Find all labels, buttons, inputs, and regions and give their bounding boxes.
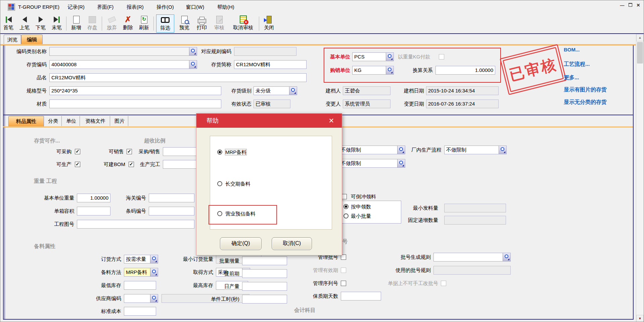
sellable-checkbox[interactable] bbox=[127, 149, 132, 154]
restore-button[interactable] bbox=[627, 2, 634, 8]
lookup-icon[interactable] bbox=[386, 53, 394, 61]
link-process-flow[interactable]: 工艺流程... bbox=[564, 61, 590, 68]
tab-browse[interactable]: 浏览 bbox=[4, 35, 21, 44]
lookup-icon[interactable] bbox=[499, 146, 506, 154]
dialog-option-mrp[interactable]: MRP备料 bbox=[217, 149, 246, 156]
code-category-field[interactable] bbox=[49, 47, 197, 56]
lookup-icon[interactable] bbox=[150, 294, 158, 303]
lookup-icon[interactable] bbox=[397, 146, 405, 154]
lookup-icon[interactable] bbox=[289, 87, 297, 95]
min-stock-field[interactable] bbox=[124, 281, 156, 290]
drawing-field[interactable] bbox=[77, 220, 194, 229]
menu-help[interactable]: 帮助(H) bbox=[216, 3, 236, 11]
menu-window[interactable]: 窗口(W) bbox=[185, 3, 205, 11]
factory-flow-field[interactable]: 不做限制 bbox=[444, 146, 507, 154]
batch-increment-field[interactable] bbox=[242, 256, 287, 265]
level-field[interactable]: 未分级 bbox=[254, 86, 297, 95]
base-weight-field[interactable]: 1.00000 bbox=[77, 194, 110, 202]
refresh-button[interactable]: ↻ 刷新 bbox=[137, 14, 151, 32]
next-record-button[interactable]: 下笔 bbox=[33, 14, 48, 32]
scrollbar-thumb[interactable] bbox=[637, 42, 643, 64]
menu-interface[interactable]: 界面(F) bbox=[96, 3, 115, 11]
link-bom[interactable]: BOM... bbox=[564, 47, 580, 52]
cancel-button[interactable]: 取消(C) bbox=[272, 237, 312, 250]
link-more[interactable]: 更多... bbox=[564, 74, 579, 81]
filter-button[interactable]: 筛选 bbox=[156, 14, 174, 33]
lookup-icon[interactable] bbox=[503, 253, 510, 261]
new-button[interactable]: 新增 bbox=[69, 14, 84, 32]
lead-time-field[interactable] bbox=[242, 269, 287, 278]
factory-flow-label: 厂内生产流程 bbox=[408, 146, 442, 154]
preview-button[interactable]: 预览 bbox=[177, 14, 192, 32]
lookup-icon[interactable] bbox=[150, 268, 158, 276]
supplier-field[interactable] bbox=[124, 294, 158, 303]
item-name-field[interactable]: CR12MOV精料 bbox=[49, 73, 307, 82]
issue-by-request-radio[interactable] bbox=[343, 204, 349, 209]
material-field[interactable] bbox=[49, 99, 221, 108]
vertical-scrollbar[interactable]: ▲ ▼ bbox=[636, 34, 644, 322]
base-unit-field[interactable]: PCS bbox=[352, 52, 394, 61]
lookup-icon[interactable] bbox=[386, 66, 394, 74]
menu-record[interactable]: 记录(R) bbox=[66, 3, 86, 11]
subtab-item-attributes[interactable]: 料品属性 bbox=[8, 116, 44, 126]
prep-method-field[interactable]: MRP备料 bbox=[124, 268, 158, 277]
manage-serial-checkbox[interactable] bbox=[341, 281, 346, 286]
panel-border bbox=[4, 45, 5, 319]
dialog-close-icon[interactable]: ✕ bbox=[326, 114, 337, 128]
producible-checkbox[interactable] bbox=[75, 162, 80, 167]
lookup-icon[interactable] bbox=[150, 255, 158, 263]
shelf-life-field[interactable] bbox=[341, 292, 381, 300]
radio-selected-icon[interactable] bbox=[217, 150, 222, 155]
scroll-down-icon[interactable]: ▼ bbox=[636, 315, 644, 322]
link-show-with-picture[interactable]: 显示有图片的存货 bbox=[564, 86, 607, 93]
ok-button[interactable]: 确定(Q) bbox=[220, 237, 262, 250]
level-label: 存货级别 bbox=[231, 86, 251, 95]
radio-icon[interactable] bbox=[217, 181, 222, 186]
minimize-button[interactable]: — bbox=[619, 2, 626, 8]
unit-hours-field[interactable] bbox=[242, 295, 287, 304]
spec-field[interactable]: 250*240*35 bbox=[49, 86, 221, 95]
conversion-field[interactable]: 1.00000 bbox=[435, 66, 495, 75]
std-cost-field[interactable] bbox=[124, 307, 156, 316]
tab-underline bbox=[0, 44, 644, 45]
close-form-button[interactable]: 关闭 bbox=[262, 14, 276, 32]
print-button[interactable]: 打印 bbox=[194, 14, 209, 32]
limit-field-2[interactable]: 不做限制 bbox=[339, 159, 405, 168]
lookup-icon[interactable] bbox=[397, 159, 405, 167]
box-volume-field[interactable] bbox=[77, 207, 110, 215]
last-record-button[interactable]: 末笔 bbox=[49, 14, 64, 32]
item-abbr-field[interactable]: CR12MOV精料 bbox=[234, 60, 307, 69]
dialog-option-long-lead[interactable]: 长交期备料 bbox=[217, 180, 250, 188]
lookup-icon[interactable] bbox=[189, 47, 197, 55]
base-weight-label: 基本单位重量 bbox=[41, 194, 74, 202]
menu-app[interactable]: T-GROUP ERP(E) bbox=[17, 3, 61, 11]
order-mode-field[interactable]: 按需求量 bbox=[124, 255, 158, 264]
customs-field[interactable] bbox=[149, 194, 194, 202]
min-batch-radio[interactable] bbox=[343, 213, 349, 218]
trade-unit-field[interactable]: KG bbox=[352, 66, 394, 75]
barcode-field[interactable] bbox=[149, 207, 194, 215]
delete-button[interactable]: ✗ 删除 bbox=[121, 14, 135, 32]
menu-report[interactable]: 报表(R) bbox=[125, 3, 145, 11]
prev-record-button[interactable]: 上笔 bbox=[17, 14, 32, 32]
cancel-audit-button[interactable]: 取消审核 bbox=[229, 14, 257, 32]
subtab-picture[interactable]: 图片 bbox=[111, 116, 128, 126]
lookup-icon[interactable] bbox=[189, 61, 197, 69]
link-show-unclassified[interactable]: 显示无分类的存货 bbox=[564, 99, 607, 106]
batch-rule-field[interactable] bbox=[433, 253, 511, 261]
subtab-unit[interactable]: 单位 bbox=[63, 116, 80, 126]
daily-output-field[interactable] bbox=[242, 282, 287, 291]
close-window-button[interactable]: ✕ bbox=[635, 2, 642, 8]
backflush-checkbox[interactable] bbox=[341, 194, 347, 199]
purchasable-checkbox[interactable] bbox=[75, 149, 80, 154]
bomable-checkbox[interactable] bbox=[129, 162, 134, 167]
limit-field-1[interactable]: 不做限制 bbox=[339, 146, 405, 154]
menu-operation[interactable]: 操作(O) bbox=[155, 3, 175, 11]
tab-edit[interactable]: 编辑 bbox=[21, 35, 43, 44]
subtab-qualification[interactable]: 资格文件 bbox=[81, 116, 110, 126]
dialog-title[interactable]: 帮助 bbox=[196, 114, 342, 128]
item-code-field[interactable]: 400400008 bbox=[49, 60, 197, 69]
scroll-up-icon[interactable]: ▲ bbox=[636, 34, 644, 41]
subtab-classification[interactable]: 分类 bbox=[45, 116, 62, 126]
first-record-button[interactable]: 首笔 bbox=[1, 14, 16, 32]
